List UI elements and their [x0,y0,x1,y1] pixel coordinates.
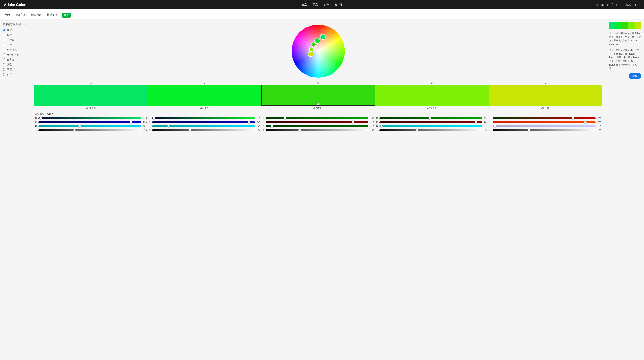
color-mode-row: 色彩模式 RGB ▾ [34,112,602,116]
col-label-d: D [375,82,489,84]
slider-row-r-b: R 5 [149,117,260,120]
track-r-d[interactable] [380,117,482,119]
track-bright-b[interactable] [152,129,255,131]
tab-extract-theme[interactable]: 撷取主题 [14,12,26,19]
menu-icon[interactable]: ≡ [621,3,623,6]
account-icon[interactable]: ~ [638,3,640,6]
swatch-blocks [34,85,602,106]
label-b-d: B [376,125,378,128]
theme-icon[interactable]: ◑ [601,3,604,7]
track-bright-d[interactable] [380,129,482,131]
nav-link-explore[interactable]: 探索 [312,3,318,6]
track-r-c[interactable] [266,117,368,119]
track-b-c[interactable] [266,125,368,127]
color-wheel-container[interactable] [292,25,345,78]
val-b-b: 40 [256,125,260,127]
slider-col-a: R 5 G 230 B [34,117,148,133]
label-r-c: R [262,117,265,120]
preview-color-a [609,22,616,29]
color-icon[interactable]: ◉ [606,3,609,7]
thumb-r-d [428,117,431,120]
track-bright-a[interactable] [38,129,141,131]
val-g-d: 240 [483,121,488,123]
radio-shades[interactable]: 浓度 [3,68,28,71]
slider-row-r-c: R 49 [262,117,374,120]
favorite-icon[interactable]: ★ [596,3,598,7]
track-r-b[interactable] [152,117,255,119]
radio-custom[interactable]: 自订 [3,73,28,76]
val-bright-c: 85 [370,129,374,131]
swatch-column-labels: A B C D E [34,82,602,84]
track-g-d[interactable] [380,121,482,123]
nav-link-library[interactable]: 资料库 [334,3,342,6]
radio-compound[interactable]: 复合 [3,63,28,66]
login-link[interactable]: 登入 [626,3,631,6]
tab-extract-gradient[interactable]: 撷取渐层 [30,12,42,19]
radio-triadic[interactable]: 三元群 [3,38,28,42]
all-sliders: R 5 G 230 B [34,117,602,133]
val-b-e: 5 [596,125,601,127]
nav-link-trends[interactable]: 趋势 [324,3,329,6]
save-button[interactable]: 储存 [629,72,641,79]
tab-color-wheel[interactable]: 色轮 [4,12,10,19]
radio-monochromatic[interactable]: 单色 [3,33,28,37]
hex-c: #31D90F [261,107,375,110]
slider-row-bright-a: ☀ 90 [35,129,147,132]
swatch-d[interactable] [375,85,489,106]
slider-row-g-e: G 230 [490,121,601,124]
slider-row-b-c: B 15 [262,125,374,128]
radio-analogous[interactable]: 类比 [3,28,28,32]
apps-icon[interactable]: ⊞ [634,3,636,7]
track-b-d[interactable] [380,125,482,127]
track-g-e[interactable] [493,121,596,123]
track-b-a[interactable] [38,125,141,127]
label-bright-b: ☀ [149,129,151,132]
hex-labels: #05E665 #05F028 #31D90F #7EF005 #C7E605 [34,107,602,110]
track-g-c[interactable] [266,121,368,123]
swatches-section: A B C D E #05E665 #05F028 #31D90F # [34,82,602,110]
harmony-radio-group: 类比 单色 三元群 补色 分割补色 双分割补色 [3,28,28,76]
track-g-a[interactable] [38,121,141,123]
feedback-icon[interactable]: ⊟ [616,3,618,7]
label-r-d: R [376,117,378,120]
label-b-a: B [35,125,38,128]
nav-links: 建立 探索 趋势 资料库 [302,3,342,6]
swatch-c[interactable] [261,85,375,106]
right-panel-text2: 然后，您就可以在Adobe 产品（Photoshop、Illustrator、F… [609,48,641,70]
val-b-c: 15 [370,125,374,127]
top-nav: Adobe Color 建立 探索 趋势 资料库 ★ ◑ ◉ ? ⊟ ≡ 登入 … [0,0,644,10]
color-mode-label: 色彩模式 [35,112,44,116]
thumb-g-d [474,121,477,124]
slider-col-d: R 126 G 240 B [375,117,489,133]
slider-col-c: R 49 G 217 B [261,117,375,133]
radio-complementary[interactable]: 补色 [3,43,28,46]
swatch-b[interactable] [148,85,262,106]
swatch-e[interactable] [488,85,602,106]
val-b-d: 5 [483,125,488,127]
thumb-bright-d [416,129,419,132]
track-bright-e[interactable] [493,129,596,131]
thumb-g-e [584,121,586,124]
track-r-e[interactable] [493,117,596,119]
help-circle-icon[interactable]: ? [24,23,27,26]
radio-square[interactable]: 正方形 [3,58,28,62]
color-mode-select[interactable]: RGB ▾ [46,112,53,115]
radio-split-complementary[interactable]: 分割补色 [3,48,28,52]
thumb-r-b [153,117,156,120]
track-b-e[interactable] [493,125,596,127]
swatch-a[interactable] [34,85,148,106]
nav-link-create[interactable]: 建立 [302,3,307,6]
help-icon[interactable]: ? [612,3,614,6]
color-wheel[interactable] [292,25,345,78]
track-b-b[interactable] [152,125,255,127]
thumb-r-a [39,117,42,120]
slider-row-bright-c: ☀ 85 [262,129,374,132]
track-g-b[interactable] [152,121,255,123]
radio-double-split-complementary[interactable]: 双分割补色 [3,53,28,56]
val-r-a: 5 [142,117,147,119]
track-bright-c[interactable] [266,129,368,131]
track-r-a[interactable] [38,117,141,119]
thumb-r-c [284,117,286,120]
tab-accessibility[interactable]: 协助工具 [46,12,58,19]
slider-row-g-b: G 240 [149,121,260,124]
